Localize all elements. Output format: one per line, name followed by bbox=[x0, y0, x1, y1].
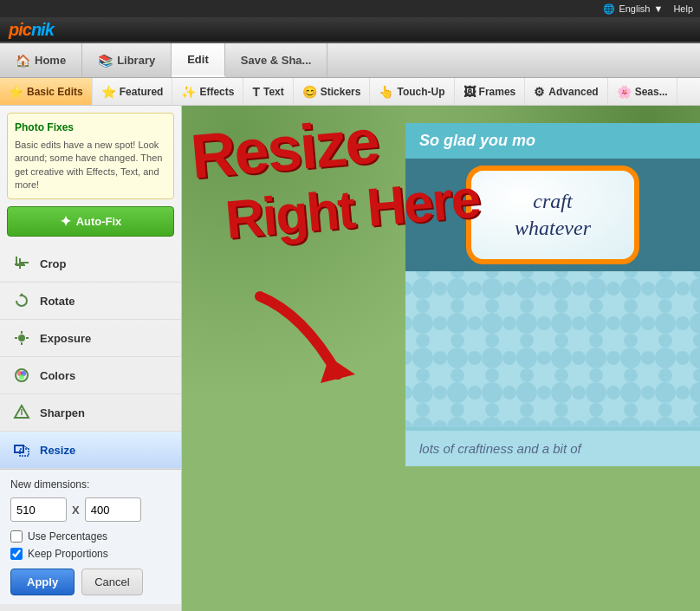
colors-icon bbox=[12, 366, 31, 385]
svg-marker-15 bbox=[321, 357, 355, 383]
help-link[interactable]: Help bbox=[673, 3, 693, 14]
tool-item-sharpen[interactable]: Sharpen bbox=[0, 394, 181, 432]
effects-icon: ✨ bbox=[181, 85, 196, 99]
sharpen-label: Sharpen bbox=[40, 406, 85, 419]
tool-item-crop[interactable]: Crop bbox=[0, 245, 181, 283]
tool-stickers[interactable]: 😊 Stickers bbox=[294, 78, 371, 105]
width-input[interactable] bbox=[10, 497, 67, 522]
language-selector[interactable]: 🌐 English ▼ bbox=[603, 3, 663, 15]
cancel-button[interactable]: Cancel bbox=[81, 569, 142, 595]
crop-icon bbox=[12, 254, 31, 273]
rotate-label: Rotate bbox=[40, 295, 75, 308]
tab-save-label: Save & Sha... bbox=[241, 54, 312, 67]
frames-icon: 🖼 bbox=[463, 85, 476, 99]
advanced-label: Advanced bbox=[548, 86, 598, 98]
seasonal-label: Seas... bbox=[635, 86, 668, 98]
basic-edits-label: Basic Edits bbox=[27, 86, 83, 98]
card-badge-line1: craft bbox=[497, 188, 608, 215]
tool-basic-edits[interactable]: ⭐ Basic Edits bbox=[0, 78, 93, 105]
touchup-icon: 👆 bbox=[379, 85, 393, 99]
svg-marker-0 bbox=[19, 293, 24, 296]
edit-toolbar: ⭐ Basic Edits ⭐ Featured ✨ Effects T Tex… bbox=[0, 78, 700, 106]
resize-dimensions-title: New dimensions: bbox=[10, 478, 171, 491]
card-image: So glad you mo craft whatever bbox=[405, 123, 700, 466]
effects-label: Effects bbox=[199, 86, 234, 98]
left-panel: Photo Fixes Basic edits have a new spot!… bbox=[0, 106, 182, 611]
stickers-label: Stickers bbox=[321, 86, 361, 98]
use-percentages-row: Use Percentages bbox=[10, 530, 171, 543]
stickers-icon: 😊 bbox=[302, 85, 317, 99]
tool-item-colors[interactable]: Colors bbox=[0, 357, 181, 394]
tab-home[interactable]: 🏠 Home bbox=[0, 43, 82, 77]
card-badge-line2: whatever bbox=[497, 215, 608, 242]
card-middle: craft whatever bbox=[405, 159, 700, 271]
auto-fix-button[interactable]: ✦ Auto-Fix bbox=[7, 206, 174, 237]
svg-rect-12 bbox=[15, 445, 23, 452]
top-bar: 🌐 English ▼ Help bbox=[0, 0, 700, 17]
tool-effects[interactable]: ✨ Effects bbox=[172, 78, 243, 105]
tool-seasonal[interactable]: 🌸 Seas... bbox=[608, 78, 677, 105]
height-input[interactable] bbox=[85, 497, 141, 522]
resize-buttons: Apply Cancel bbox=[10, 569, 171, 595]
tool-text[interactable]: T Text bbox=[243, 78, 293, 105]
sharpen-icon bbox=[12, 403, 31, 422]
chevron-down-icon: ▼ bbox=[653, 3, 663, 14]
tool-item-resize[interactable]: Resize bbox=[0, 432, 181, 469]
featured-icon: ⭐ bbox=[101, 85, 116, 99]
dimensions-row: X bbox=[10, 497, 171, 522]
tab-library[interactable]: 📚 Library bbox=[82, 43, 172, 77]
card-top-label: So glad you mo bbox=[419, 132, 535, 149]
tool-touchup[interactable]: 👆 Touch-Up bbox=[370, 78, 454, 105]
seasonal-icon: 🌸 bbox=[617, 85, 632, 99]
use-percentages-label[interactable]: Use Percentages bbox=[28, 530, 107, 543]
tab-library-label: Library bbox=[117, 54, 155, 67]
text-icon: T bbox=[252, 85, 260, 99]
rotate-icon bbox=[12, 291, 31, 310]
resize-label: Resize bbox=[40, 444, 75, 457]
card-badge: craft whatever bbox=[466, 166, 639, 264]
text-label: Text bbox=[263, 86, 284, 98]
library-icon: 📚 bbox=[98, 54, 113, 68]
logo-bar: picnik bbox=[0, 17, 700, 43]
tab-home-label: Home bbox=[35, 54, 66, 67]
crop-label: Crop bbox=[40, 257, 66, 270]
apply-button[interactable]: Apply bbox=[10, 569, 75, 595]
nav-tabs: 🏠 Home 📚 Library Edit Save & Sha... bbox=[0, 43, 700, 78]
tab-save[interactable]: Save & Sha... bbox=[225, 43, 328, 77]
tool-frames[interactable]: 🖼 Frames bbox=[455, 78, 526, 105]
keep-proportions-checkbox[interactable] bbox=[10, 548, 23, 560]
auto-fix-label: Auto-Fix bbox=[76, 215, 122, 228]
star-icon: ⭐ bbox=[9, 85, 23, 99]
card-top-text: So glad you mo bbox=[405, 123, 700, 159]
logo: picnik bbox=[9, 20, 54, 40]
exposure-label: Exposure bbox=[40, 332, 91, 345]
globe-icon: 🌐 bbox=[603, 3, 615, 15]
resize-icon bbox=[12, 440, 31, 459]
tool-advanced[interactable]: ⚙ Advanced bbox=[525, 78, 607, 105]
photo-fixes-box: Photo Fixes Basic edits have a new spot!… bbox=[7, 113, 174, 199]
arrow-annotation bbox=[234, 288, 364, 400]
dimensions-separator: X bbox=[72, 504, 80, 517]
tab-edit[interactable]: Edit bbox=[172, 43, 225, 77]
svg-rect-22 bbox=[405, 271, 700, 427]
advanced-icon: ⚙ bbox=[534, 85, 545, 99]
card-pattern bbox=[405, 271, 700, 431]
frames-label: Frames bbox=[479, 86, 516, 98]
svg-point-9 bbox=[19, 374, 24, 380]
keep-proportions-label[interactable]: Keep Proportions bbox=[28, 548, 108, 560]
colors-label: Colors bbox=[40, 369, 75, 382]
card-bottom-text: lots of craftiness and a bit of bbox=[405, 431, 700, 466]
use-percentages-checkbox[interactable] bbox=[10, 530, 23, 543]
keep-proportions-row: Keep Proportions bbox=[10, 548, 171, 560]
auto-fix-icon: ✦ bbox=[60, 213, 71, 230]
featured-label: Featured bbox=[120, 86, 164, 98]
photo-fixes-body: Basic edits have a new spot! Look around… bbox=[15, 139, 166, 192]
canvas-area: Resize Right Here So glad you mo craft w… bbox=[182, 106, 700, 611]
exposure-icon bbox=[12, 328, 31, 348]
svg-point-1 bbox=[18, 335, 25, 341]
tool-featured[interactable]: ⭐ Featured bbox=[93, 78, 173, 105]
tab-edit-label: Edit bbox=[187, 53, 209, 66]
card-bottom-label: lots of craftiness and a bit of bbox=[419, 441, 581, 456]
tool-item-exposure[interactable]: Exposure bbox=[0, 320, 181, 357]
tool-item-rotate[interactable]: Rotate bbox=[0, 283, 181, 320]
